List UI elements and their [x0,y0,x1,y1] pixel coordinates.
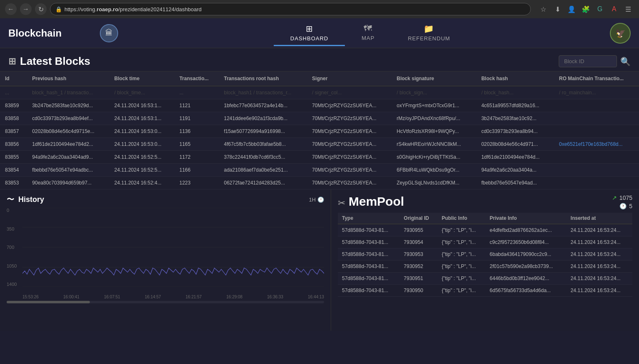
chart-svg [22,208,324,287]
row-ro-main [554,112,639,125]
mp-inserted: 24.11.2024 16:53:24... [567,248,632,261]
refresh-button[interactable]: ↻ [35,3,47,15]
row-ro-main: / ro_mainchain... [554,86,639,99]
mp-priv-info: 2f01c57b590e2a98cb3739... [485,261,567,273]
mp-inserted: 24.11.2024 16:53:24... [567,285,632,297]
mp-pub-info: {"tip" : "LP", "i... [438,273,485,285]
table-row[interactable]: 83853 90ea80c703994d659b97... 24.11.2024… [0,177,639,189]
row-signature: oxYFmgrtS+mtxOTcxG9r1... [392,99,476,112]
row-signer: 70Mt/CrjzRZYG2zSU6YEA... [307,138,391,151]
bookmark-button[interactable]: ☆ [537,3,549,15]
block-id-search: 🔍 [559,55,631,67]
clock2-icon: 🕐 [619,203,627,209]
row-tx-root: block_hash1 / transactions_r... [219,86,307,99]
row-ro-main [554,125,639,138]
menu-button[interactable]: ☰ [622,3,634,15]
row-signature: rMz/oyJPDAndXnc68fRpu/... [392,112,476,125]
x-label-2: 16:07:51 [104,295,120,299]
row-block-time: 24.11.2024 16:53:1... [109,99,174,112]
left-logo-icon: 🏛 [105,29,113,37]
time-filter-label: 1H [309,197,316,203]
mempool-col-orig-id: Original ID [400,213,438,224]
list-item[interactable]: 57d8588d-7043-81... 7930951 {"tip" : "LP… [338,273,632,285]
row-block-time: 24.11.2024 16:52:4... [109,177,174,189]
tab-dashboard[interactable]: ⊞ DASHBOARD [274,20,345,46]
row-ro-main [554,164,639,177]
tab-dashboard-label: DASHBOARD [290,35,328,42]
mp-priv-info: c9c2f95723650b6d08f84... [485,236,567,248]
row-block-time: 24.11.2024 16:53:0... [109,138,174,151]
grammarly-button[interactable]: G [594,3,606,15]
table-row[interactable]: 83854 fbebbd76e50547e94adbc... 24.11.202… [0,164,639,177]
mp-orig-id: 7930955 [400,224,438,236]
search-button[interactable]: 🔍 [620,57,631,66]
mp-type: 57d8588d-7043-81... [338,224,400,236]
download-button[interactable]: ⬇ [552,3,563,15]
row-transactions: 1172 [174,151,219,164]
mp-pub-info: {"tip" : "LP", "i... [438,261,485,273]
history-panel: 〜 History 1H 🕐 1400 1050 700 350 0 [0,189,331,331]
mempool-table-wrapper: Type Original ID Public Info Private Inf… [338,213,632,297]
app-header: Blockchain 🏛 ⊞ DASHBOARD 🗺 MAP 📁 REFEREN… [0,18,639,48]
chart-scrollbar-thumb [7,301,90,303]
row-tx-root: f15ae507726994a916998... [219,125,307,138]
forward-button[interactable]: → [20,3,32,15]
blocks-table: Id Previous hash Block time Transactio..… [0,71,639,189]
row-signer: 70Mt/CrjzRZYG2zSU6YEA... [307,112,391,125]
list-item[interactable]: 57d8588d-7043-81... 7930953 {"tip" : "LP… [338,248,632,261]
map-icon: 🗺 [364,24,372,33]
table-row[interactable]: 83859 3b247be2583fae10c929d... 24.11.202… [0,99,639,112]
table-row[interactable]: 83857 02028b08d4e56c4d9715e... 24.11.202… [0,125,639,138]
tab-map-label: MAP [362,35,374,41]
mempool-panel: ✂ MemPool ↗ 1075 🕐 5 [331,189,639,331]
mp-type: 57d8588d-7043-81... [338,273,400,285]
row-id: ... [0,86,27,99]
arrow-up-icon: ↗ [612,194,617,201]
x-label-4: 16:21:57 [186,295,202,299]
left-logo: 🏛 [100,24,118,42]
chart-scrollbar[interactable] [7,301,324,303]
row-signer: 70Mt/CrjzRZYG2zSU6YEA... [307,164,391,177]
row-tx-root: 4f67c5fb7c5bb03fafae5b8... [219,138,307,151]
row-ro-main [554,151,639,164]
row-ro-main [554,99,639,112]
list-item[interactable]: 57d8588d-7043-81... 7930950 {"tip" : "LP… [338,285,632,297]
table-row[interactable]: 83855 94a9fe2a6c20aa3404ad9... 24.11.202… [0,151,639,164]
table-row[interactable]: 83856 1df61de2100494ee784d2... 24.11.202… [0,138,639,151]
back-button[interactable]: ← [5,3,17,15]
referendum-icon: 📁 [424,24,434,34]
tab-referendum[interactable]: 📁 REFERENDUM [391,20,467,46]
block-id-input[interactable] [559,55,617,67]
tab-map[interactable]: 🗺 MAP [345,20,391,46]
row-transactions: 1223 [174,177,219,189]
mempool-left: MemPool [349,194,612,209]
row-id: 83856 [0,138,27,151]
mp-orig-id: 7930953 [400,248,438,261]
row-signature: / block_sign... [392,86,476,99]
col-block-time: Block time [109,71,174,86]
url-text: https://voting.roaep.ro/prezidentiale202… [64,6,202,12]
mempool-table: Type Original ID Public Info Private Inf… [338,213,632,297]
list-item[interactable]: 57d8588d-7043-81... 7930954 {"tip" : "LP… [338,236,632,248]
history-header: 〜 History 1H 🕐 [7,194,324,204]
account-button[interactable]: 👤 [566,3,577,15]
row-signature: s0GhigHcKi+ryDiBjTTKtSa... [392,151,476,164]
mp-orig-id: 7930950 [400,285,438,297]
time-filter[interactable]: 1H 🕐 [309,197,324,203]
latest-blocks-header: ⊞ Latest Blocks 🔍 [0,48,639,71]
table-row[interactable]: 83858 cd0c33973b293ea8b94ef... 24.11.202… [0,112,639,125]
mp-pub-info: {"tip" : "LP", "i... [438,285,485,297]
url-bar[interactable]: 🔒 https://voting.roaep.ro/prezidentiale2… [50,3,531,15]
adblock-button[interactable]: A [608,3,620,15]
mp-priv-info: 6babda4364179090cc2c9... [485,248,567,261]
row-prev-hash: block_hash_1 / transactio... [27,86,109,99]
extensions-button[interactable]: 🧩 [580,3,592,15]
row-ro-main[interactable]: 0xe6521ef170e163bd768d... [554,138,639,151]
row-block-hash: 94a9fe2a6c20aa3404a... [476,164,554,177]
mp-priv-info: e4dfefbd2ad8766262a1ec... [485,224,567,236]
history-title: 〜 History [7,194,305,204]
bottom-panels: 〜 History 1H 🕐 1400 1050 700 350 0 [0,189,639,331]
list-item[interactable]: 57d8588d-7043-81... 7930955 {"tip" : "LP… [338,224,632,236]
mp-type: 57d8588d-7043-81... [338,236,400,248]
list-item[interactable]: 57d8588d-7043-81... 7930952 {"tip" : "LP… [338,261,632,273]
